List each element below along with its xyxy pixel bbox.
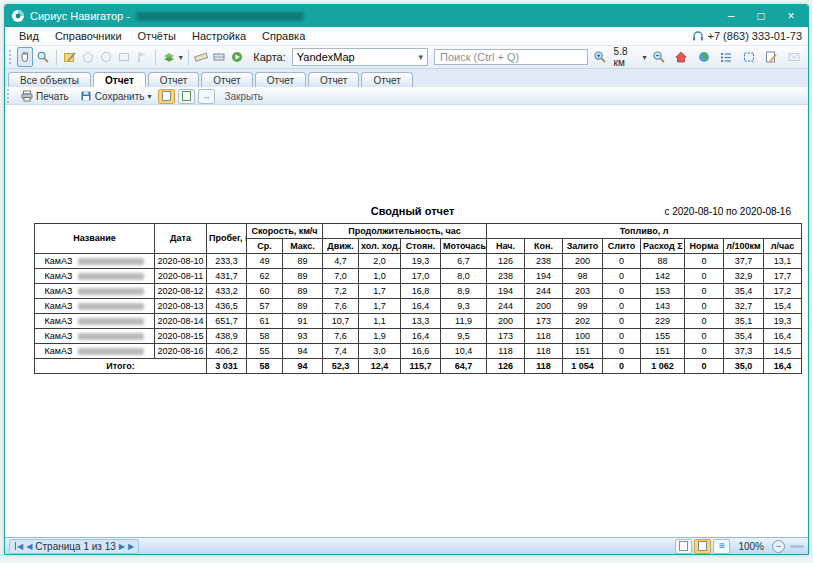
vehicle-name: КамАЗ [45,286,73,296]
zoom-out-slider-button[interactable]: − [772,540,785,553]
edit-report-button[interactable] [761,47,782,67]
zoom-tool-button[interactable] [35,47,51,67]
value-cell: 118 [525,344,563,359]
menu-item-Вид[interactable]: Вид [11,30,47,42]
track-playback-button[interactable] [229,47,245,67]
message-button[interactable] [783,47,804,67]
value-cell: 62 [247,269,283,284]
selection-rect-icon [742,50,756,64]
select-area-button[interactable] [738,47,759,67]
minimize-button[interactable]: – [716,5,746,27]
tab-report-2[interactable]: Отчет [148,72,199,87]
draw-circle-button[interactable] [98,47,114,67]
value-cell: 2,0 [359,254,401,269]
globe-button[interactable] [693,47,714,67]
menu-item-Отчёты[interactable]: Отчёты [130,30,184,42]
first-page-icon: ◀ [17,542,23,551]
date-cell: 2020-08-10 [155,254,207,269]
value-cell: 0 [685,299,724,314]
total-value-cell: 1 062 [641,359,685,374]
save-button[interactable]: Сохранить ▾ [76,89,156,103]
menu-item-Справка[interactable]: Справка [254,30,313,42]
last-page-button[interactable]: ▶ [128,542,134,551]
value-cell: 0 [603,254,641,269]
value-cell: 89 [283,299,323,314]
zoom-level: 100% [738,541,764,552]
column-group-header: Название [35,224,155,254]
value-cell: 13,1 [764,254,802,269]
table-row: КамАЗ2020-08-11431,762897,01,017,08,0238… [35,269,802,284]
value-cell: 7,6 [323,299,359,314]
toolbar-grip [9,50,12,64]
tab-strip: Все объектыОтчетОтчетОтчетОтчетОтчетОтче… [5,69,808,88]
table-row: КамАЗ2020-08-14651,7619110,71,113,311,92… [35,314,802,329]
column-sub-header: Моточасы [441,239,487,254]
tab-all-objects[interactable]: Все объекты [8,72,91,87]
view-mode-multi-button[interactable]: ⊞ [713,539,730,554]
measure-distance-button[interactable] [193,47,209,67]
view-actual-size-button[interactable] [158,89,175,104]
tab-report-4[interactable]: Отчет [255,72,306,87]
value-cell: 7,4 [323,344,359,359]
redacted-plate-text [78,333,144,340]
total-value-cell: 12,4 [359,359,401,374]
tab-report-6[interactable]: Отчет [361,72,412,87]
column-sub-header: Расход Σ [641,239,685,254]
tab-report-3[interactable]: Отчет [201,72,252,87]
menu-item-Настройка[interactable]: Настройка [184,30,254,42]
menu-item-Справочники[interactable]: Справочники [47,30,130,42]
map-select[interactable]: YandexMap ▾ [292,48,428,66]
close-report-button[interactable]: Закрыть [218,91,269,102]
table-row: КамАЗ2020-08-15438,958937,61,916,49,5173… [35,329,802,344]
add-flag-button[interactable] [134,47,150,67]
zoom-out-button[interactable] [648,47,669,67]
value-cell: 100 [563,329,603,344]
value-cell: 17,7 [764,269,802,284]
toolbar-separator [155,50,156,65]
value-cell: 1,1 [359,314,401,329]
value-cell: 93 [283,329,323,344]
view-mode-single-button[interactable] [675,539,692,554]
page-icon [162,91,171,101]
globe-icon [697,50,711,64]
object-list-button[interactable] [716,47,737,67]
view-mode-fit-button[interactable] [694,539,711,554]
total-value-cell: 16,4 [764,359,802,374]
layers-dropdown-caret[interactable]: ▾ [179,53,183,62]
value-cell: 11,9 [441,314,487,329]
scale-dropdown-caret[interactable]: ▾ [642,53,646,62]
view-fit-page-button[interactable] [178,89,195,104]
home-view-button[interactable] [671,47,692,67]
draw-polygon-button[interactable] [80,47,96,67]
edit-zones-button[interactable] [62,47,78,67]
date-cell: 2020-08-15 [155,329,207,344]
tab-report-1[interactable]: Отчет [93,72,146,87]
zoom-in-button[interactable] [590,47,611,67]
tab-report-5[interactable]: Отчет [308,72,359,87]
pan-tool-button[interactable] [17,47,33,67]
prev-page-button[interactable]: ◀ [26,542,32,551]
table-total-row: Итого:3 031589452,312,4115,764,71261181 … [35,359,802,374]
zoom-slider[interactable] [790,545,804,548]
draw-rectangle-button[interactable] [116,47,132,67]
header-group-row: НазваниеДатаПробег, кмСкорость, км/чПрод… [35,224,802,239]
save-dropdown-caret[interactable]: ▾ [147,92,151,101]
value-cell: 58 [247,329,283,344]
print-label: Печать [36,91,69,102]
redacted-plate-text [78,318,144,325]
redacted-title-text [136,12,304,21]
total-value-cell: 118 [525,359,563,374]
view-fit-width-button[interactable]: ↔ [198,89,215,104]
first-page-button[interactable]: ◀ [14,542,23,551]
column-sub-header: Нач. [487,239,525,254]
layers-button[interactable] [161,47,177,67]
value-cell: 55 [247,344,283,359]
close-button[interactable]: × [776,5,806,27]
value-cell: 0 [685,254,724,269]
search-input[interactable] [434,49,588,65]
page-navigation: ◀ ◀ Страница 1 из 13 ▶ ▶ [9,539,139,554]
maximize-button[interactable]: □ [746,5,776,27]
next-page-button[interactable]: ▶ [119,542,125,551]
measure-area-button[interactable] [211,47,227,67]
print-button[interactable]: Печать [17,89,73,103]
